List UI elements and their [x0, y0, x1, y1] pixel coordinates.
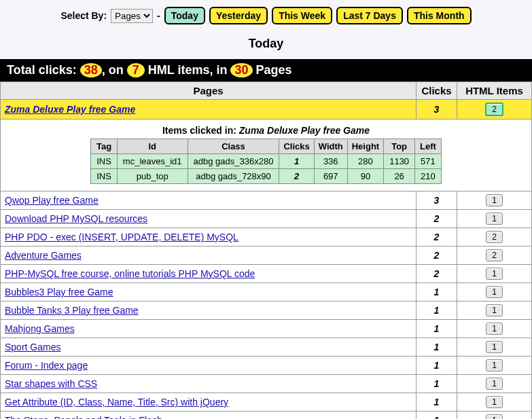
table-row: Adventure Games22: [1, 247, 532, 265]
table-row: Bubble Tanks 3 Play free Game11: [1, 302, 532, 320]
detail-col: Height: [347, 139, 383, 154]
total-clicks-badge: 38: [80, 63, 102, 77]
select-by-dropdown[interactable]: Pages: [111, 9, 153, 23]
clicks-value: 2: [416, 247, 457, 265]
html-items-button[interactable]: 1: [486, 194, 503, 206]
table-row: Bubbles3 Play free Game11: [1, 283, 532, 302]
clicks-value: 1: [416, 320, 457, 338]
detail-table: TagIdClassClicksWidthHeightTopLeft INSmc…: [90, 139, 442, 184]
col-html-items: HTML Items: [457, 82, 532, 100]
detail-table-row: INSmc_leaves_id1adbg gads_336x2801336280…: [91, 154, 442, 169]
detail-col: Tag: [91, 139, 118, 154]
html-items-button[interactable]: 1: [486, 268, 503, 280]
clicks-value: 2: [416, 265, 457, 283]
table-row: Sport Games11: [1, 338, 532, 357]
table-row: Forum - Index page11: [1, 357, 532, 375]
col-clicks: Clicks: [416, 82, 457, 100]
clicks-value: 3: [416, 100, 457, 120]
hml-items-badge: 7: [127, 63, 145, 77]
clicks-value: 1: [416, 302, 457, 320]
detail-col: Left: [415, 139, 442, 154]
separator-dash: -: [157, 10, 160, 21]
detail-row: Items clicked in: Zuma Deluxe Play free …: [1, 120, 532, 192]
page-link[interactable]: PHP PDO - exec (INSERT, UPDATE, DELETE) …: [5, 232, 238, 242]
page-link[interactable]: Mahjong Games: [5, 323, 75, 334]
col-pages: Pages: [1, 82, 416, 100]
table-row: Download PHP MySQL resources21: [1, 210, 532, 228]
pages-table: Pages Clicks HTML Items Zuma Deluxe Play…: [0, 81, 532, 419]
page-title: Today: [0, 31, 532, 59]
html-items-button[interactable]: 1: [486, 378, 503, 390]
page-link[interactable]: Sport Games: [5, 342, 60, 352]
last-7-days-button[interactable]: Last 7 Days: [336, 7, 403, 24]
html-items-button[interactable]: 1: [486, 286, 503, 298]
detail-col: Top: [384, 139, 415, 154]
select-by-label: Select By:: [60, 10, 107, 21]
page-link[interactable]: Zuma Deluxe Play free Game: [5, 104, 135, 115]
page-link[interactable]: Get Attribute (ID, Class, Name, Title, S…: [5, 397, 228, 407]
page-link[interactable]: Star shapes with CSS: [5, 378, 97, 389]
page-link[interactable]: Bubbles3 Play free Game: [5, 287, 113, 297]
detail-col: Clicks: [279, 139, 314, 154]
clicks-value: 1: [416, 412, 457, 420]
page-link[interactable]: Bubble Tanks 3 Play free Game: [5, 305, 139, 316]
this-week-button[interactable]: This Week: [272, 7, 332, 24]
html-items-button[interactable]: 1: [486, 323, 503, 335]
page-link[interactable]: Forum - Index page: [5, 360, 88, 371]
table-row: Mahjong Games11: [1, 320, 532, 338]
page-link[interactable]: Qwop Play free Game: [5, 195, 99, 206]
today-button[interactable]: Today: [164, 7, 205, 24]
html-items-button[interactable]: 2: [486, 231, 503, 243]
detail-col: Id: [117, 139, 188, 154]
clicks-value: 2: [416, 210, 457, 228]
detail-table-row: INSpub_topadbg gads_728x9026979026210: [91, 169, 442, 184]
yesterday-button[interactable]: Yesterday: [209, 7, 268, 24]
page-link[interactable]: Download PHP MySQL resources: [5, 213, 147, 224]
table-row: Get Attribute (ID, Class, Name, Title, S…: [1, 393, 532, 412]
html-items-button[interactable]: 1: [486, 359, 503, 371]
filter-bar: Select By: Pages - Today Yesterday This …: [0, 0, 532, 31]
table-row-expanded: Zuma Deluxe Play free Game 3 2: [1, 100, 532, 120]
clicks-value: 1: [416, 338, 457, 357]
html-items-button[interactable]: 1: [486, 414, 503, 419]
page-link[interactable]: PHP-MySQL free course, online tutorials …: [5, 268, 255, 279]
clicks-value: 3: [416, 192, 457, 210]
clicks-value: 2: [416, 228, 457, 247]
this-month-button[interactable]: This Month: [407, 7, 472, 24]
pages-badge: 30: [230, 63, 252, 77]
page-link[interactable]: Adventure Games: [5, 250, 82, 261]
detail-col: Class: [188, 139, 279, 154]
detail-header: Items clicked in: Zuma Deluxe Play free …: [5, 122, 527, 139]
html-items-button[interactable]: 2: [485, 103, 503, 116]
html-items-button[interactable]: 1: [486, 304, 503, 316]
table-row: The Stage, Panels and Tools in Flash11: [1, 412, 532, 420]
table-row: Qwop Play free Game31: [1, 192, 532, 210]
clicks-value: 1: [416, 393, 457, 412]
table-row: PHP-MySQL free course, online tutorials …: [1, 265, 532, 283]
clicks-value: 1: [416, 375, 457, 393]
table-row: PHP PDO - exec (INSERT, UPDATE, DELETE) …: [1, 228, 532, 247]
table-row: Star shapes with CSS11: [1, 375, 532, 393]
clicks-value: 1: [416, 357, 457, 375]
html-items-button[interactable]: 2: [486, 249, 503, 261]
page-link[interactable]: The Stage, Panels and Tools in Flash: [5, 415, 162, 419]
clicks-value: 1: [416, 283, 457, 302]
detail-col: Width: [314, 139, 347, 154]
html-items-button[interactable]: 1: [486, 213, 503, 225]
html-items-button[interactable]: 1: [486, 341, 503, 353]
summary-bar: Total clicks: 38, on 7 HML items, in 30 …: [0, 59, 532, 81]
html-items-button[interactable]: 1: [486, 396, 503, 408]
